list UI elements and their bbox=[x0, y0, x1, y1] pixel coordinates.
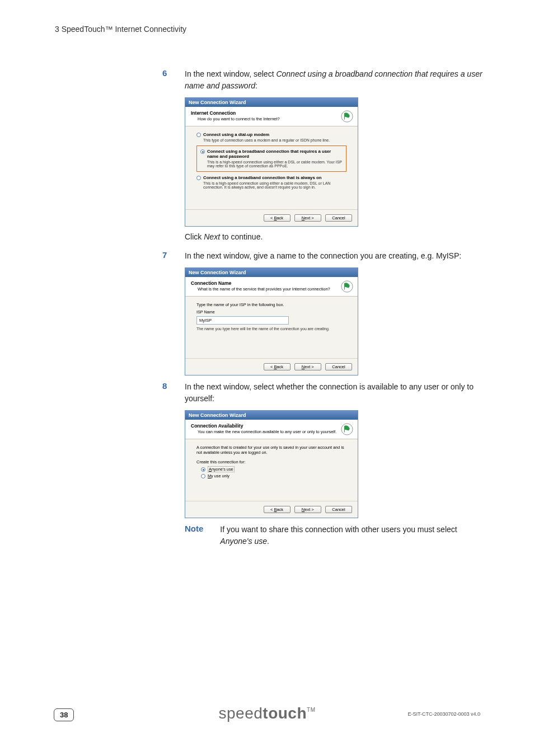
brand-tm: TM bbox=[307, 707, 315, 713]
wiz1-head-sub: How do you want to connect to the Intern… bbox=[198, 116, 352, 121]
brand-logo: speedtouchTM bbox=[219, 705, 316, 722]
step-number: 6 bbox=[162, 68, 171, 92]
note-text: If you want to share this connection wit… bbox=[220, 524, 487, 547]
a-rest: nyone's use bbox=[212, 467, 233, 472]
step-number: 7 bbox=[162, 250, 171, 262]
m-rest: y use only bbox=[211, 473, 229, 478]
document-id: E-SIT-CTC-20030702-0003 v4.0 bbox=[407, 711, 480, 717]
wizard-button-row: < Back Next > Cancel bbox=[185, 358, 358, 375]
isp-name-label: ISP Name bbox=[196, 309, 346, 314]
step-7-text: In the next window, give a name to the c… bbox=[185, 250, 461, 262]
note-row: Note If you want to share this connectio… bbox=[185, 524, 487, 547]
wiz3-body: A connection that is created for your us… bbox=[185, 439, 358, 501]
cancel-button[interactable]: Cancel bbox=[325, 214, 352, 222]
note-pre: If you want to share this connection wit… bbox=[220, 525, 457, 534]
wizard-connection-name: New Connection Wizard Connection Name Wh… bbox=[185, 267, 358, 375]
wizard-header: Connection Name What is the name of the … bbox=[185, 277, 358, 297]
wizard-flag-icon bbox=[341, 423, 353, 435]
wiz3-head-sub: You can make the new connection availabl… bbox=[198, 429, 352, 434]
radio-broadband-always[interactable] bbox=[196, 176, 201, 180]
wizard-titlebar: New Connection Wizard bbox=[185, 268, 358, 277]
opt-broadband-always-label: Connect using a broadband connection tha… bbox=[203, 175, 321, 180]
next-rest: ext > bbox=[305, 507, 313, 512]
opt-dialup-label: Connect using a dial-up modem bbox=[203, 132, 269, 137]
opt-anyone-row[interactable]: Anyone's use bbox=[201, 467, 346, 472]
wizard-button-row: < Back Next > Cancel bbox=[185, 501, 358, 518]
note-ital: Anyone's use bbox=[220, 537, 267, 546]
step-6-post: : bbox=[255, 81, 257, 90]
wizard-flag-icon bbox=[341, 110, 353, 123]
wiz2-head-sub: What is the name of the service that pro… bbox=[198, 287, 352, 292]
isp-name-input[interactable]: MyISP bbox=[196, 316, 289, 325]
step-7: 7 In the next window, give a name to the… bbox=[162, 250, 487, 262]
wiz1-body: Connect using a dial-up modem This type … bbox=[185, 126, 358, 209]
opt-anyone-label: Anyone's use bbox=[208, 467, 235, 472]
radio-broadband-pw[interactable] bbox=[200, 149, 205, 154]
radio-dialup[interactable] bbox=[196, 133, 201, 137]
back-button[interactable]: < Back bbox=[264, 506, 291, 513]
wizard-button-row: < Back Next > Cancel bbox=[185, 209, 358, 226]
wizard-titlebar: New Connection Wizard bbox=[185, 98, 358, 107]
wizard-header: Internet Connection How do you want to c… bbox=[185, 107, 358, 126]
step-6-pre: In the next window, select bbox=[185, 69, 276, 78]
isp-prompt: Type the name of your ISP in the followi… bbox=[196, 302, 346, 307]
cancel-button[interactable]: Cancel bbox=[325, 506, 352, 513]
back-rest: ack bbox=[277, 364, 283, 369]
wiz2-head-title: Connection Name bbox=[191, 280, 352, 286]
note-post: . bbox=[267, 537, 269, 546]
radio-anyone[interactable] bbox=[201, 467, 205, 472]
step-8-text: In the next window, select whether the c… bbox=[185, 381, 487, 405]
opt-myuse-label: My use only bbox=[208, 473, 229, 478]
opt-myuse-row[interactable]: My use only bbox=[201, 473, 346, 478]
highlighted-option: Connect using a broadband connection tha… bbox=[196, 145, 346, 172]
avail-note: A connection that is created for your us… bbox=[196, 445, 346, 455]
opt-broadband-pw-desc: This is a high-speed connection using ei… bbox=[207, 160, 343, 168]
back-rest: ack bbox=[277, 215, 283, 220]
isp-note: The name you type here will be the name … bbox=[196, 327, 346, 331]
opt-broadband-always-row[interactable]: Connect using a broadband connection tha… bbox=[196, 175, 346, 180]
wizard-connection-availability: New Connection Wizard Connection Availab… bbox=[185, 410, 358, 518]
wiz2-body: Type the name of your ISP in the followi… bbox=[185, 297, 358, 358]
step-6-text: In the next window, select Connect using… bbox=[185, 68, 487, 92]
opt-dialup-desc: This type of connection uses a modem and… bbox=[203, 138, 346, 142]
wizard-header: Connection Availability You can make the… bbox=[185, 420, 358, 439]
next-rest: ext > bbox=[305, 215, 313, 220]
next-button[interactable]: Next > bbox=[294, 506, 321, 513]
next-button[interactable]: Next > bbox=[294, 214, 321, 222]
wizard-flag-icon bbox=[341, 280, 353, 293]
step-number: 8 bbox=[162, 381, 171, 405]
next-button[interactable]: Next > bbox=[294, 363, 321, 370]
step-8: 8 In the next window, select whether the… bbox=[162, 381, 487, 405]
opt-broadband-pw-row[interactable]: Connect using a broadband connection tha… bbox=[200, 149, 343, 159]
click-next-line: Click Next to continue. bbox=[185, 232, 487, 241]
step-6: 6 In the next window, select Connect usi… bbox=[162, 68, 487, 92]
cancel-button[interactable]: Cancel bbox=[325, 363, 352, 370]
opt-broadband-pw-label: Connect using a broadband connection tha… bbox=[207, 149, 343, 159]
chapter-header: 3 SpeedTouch™ Internet Connectivity bbox=[55, 25, 186, 34]
create-label: Create this connection for: bbox=[196, 459, 346, 464]
wiz1-head-title: Internet Connection bbox=[191, 110, 352, 116]
main-content: 6 In the next window, select Connect usi… bbox=[162, 68, 487, 547]
click-next-ital: Next bbox=[204, 232, 220, 241]
wiz3-head-title: Connection Availability bbox=[191, 423, 352, 429]
click-next-post: to continue. bbox=[220, 232, 263, 241]
next-rest: ext > bbox=[305, 364, 313, 369]
wizard-internet-connection: New Connection Wizard Internet Connectio… bbox=[185, 97, 358, 227]
page-number: 38 bbox=[54, 708, 74, 721]
click-next-pre: Click bbox=[185, 232, 204, 241]
radio-myuse[interactable] bbox=[201, 474, 205, 478]
opt-broadband-always-desc: This is a high-speed connection using ei… bbox=[203, 181, 346, 189]
brand-thin: speed bbox=[219, 705, 263, 722]
back-rest: ack bbox=[277, 507, 283, 512]
back-button[interactable]: < Back bbox=[264, 363, 291, 370]
brand-bold: touch bbox=[263, 705, 307, 722]
note-label: Note bbox=[185, 524, 203, 547]
opt-dialup-row[interactable]: Connect using a dial-up modem bbox=[196, 132, 346, 137]
back-button[interactable]: < Back bbox=[264, 214, 291, 222]
wizard-titlebar: New Connection Wizard bbox=[185, 411, 358, 420]
